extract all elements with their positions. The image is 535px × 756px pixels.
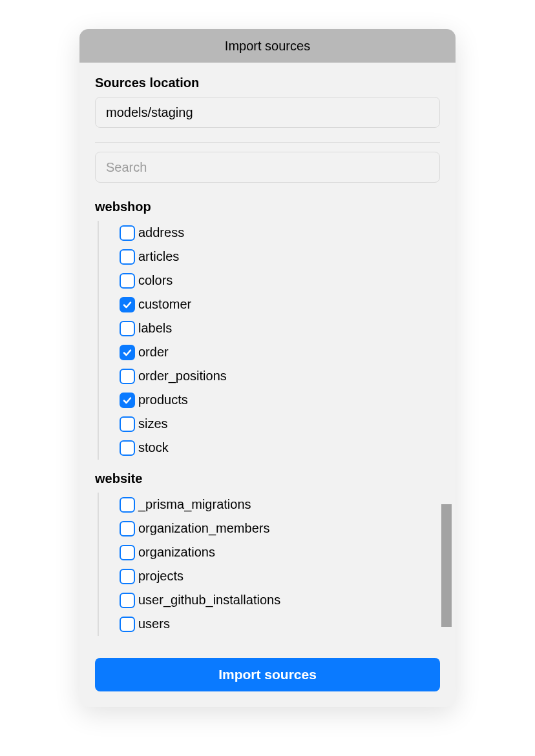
source-item-_prisma_migrations[interactable]: _prisma_migrations [120,493,440,516]
source-item-users[interactable]: users [120,612,440,636]
import-sources-button[interactable]: Import sources [95,658,440,691]
source-item-label: colors [138,273,173,288]
checkbox-users[interactable] [120,617,135,632]
group-items-webshop: addressarticlescolorscustomerlabelsorder… [98,221,440,460]
source-item-label: articles [138,249,179,264]
checkbox-stock[interactable] [120,440,135,456]
divider [95,142,440,143]
dialog-header: Import sources [79,29,456,63]
source-item-label: order [138,345,169,360]
checkbox-sizes[interactable] [120,416,135,432]
source-item-labels[interactable]: labels [120,316,440,340]
source-item-order[interactable]: order [120,340,440,364]
sources-location-input[interactable] [95,97,440,128]
source-item-colors[interactable]: colors [120,269,440,292]
source-item-sizes[interactable]: sizes [120,412,440,436]
checkbox-user_github_installations[interactable] [120,593,135,608]
checkbox-_prisma_migrations[interactable] [120,497,135,513]
checkbox-address[interactable] [120,225,135,241]
checkbox-colors[interactable] [120,273,135,289]
source-item-label: order_positions [138,369,227,383]
source-item-customer[interactable]: customer [120,292,440,316]
source-tree[interactable]: webshopaddressarticlescolorscustomerlabe… [95,188,440,639]
checkbox-articles[interactable] [120,249,135,265]
source-item-label: projects [138,569,184,584]
source-item-label: sizes [138,416,168,431]
checkbox-customer[interactable] [120,297,135,312]
checkbox-order_positions[interactable] [120,369,135,384]
source-item-label: user_github_installations [138,593,280,608]
source-item-label: labels [138,321,172,336]
source-item-products[interactable]: products [120,388,440,412]
sources-location-label: Sources location [95,76,440,90]
checkbox-labels[interactable] [120,321,135,336]
checkbox-organizations[interactable] [120,545,135,560]
dialog-footer: Import sources [79,650,456,707]
import-sources-dialog: Import sources Sources location webshopa… [79,29,456,707]
source-item-stock[interactable]: stock [120,436,440,460]
source-item-projects[interactable]: projects [120,564,440,588]
checkbox-order[interactable] [120,345,135,360]
dialog-content: Sources location webshopaddressarticlesc… [79,63,456,650]
checkbox-products[interactable] [120,393,135,408]
group-label-webshop: webshop [95,199,440,214]
source-item-label: customer [138,297,191,312]
checkbox-organization_members[interactable] [120,521,135,536]
source-item-label: _prisma_migrations [138,497,251,512]
source-item-user_github_installations[interactable]: user_github_installations [120,588,440,612]
source-item-label: organization_members [138,521,269,536]
search-input[interactable] [95,152,440,183]
source-item-order_positions[interactable]: order_positions [120,364,440,388]
source-item-label: organizations [138,545,215,560]
source-item-organization_members[interactable]: organization_members [120,516,440,540]
source-item-label: products [138,393,188,407]
scrollbar[interactable] [441,504,452,627]
source-item-label: stock [138,440,169,455]
source-item-address[interactable]: address [120,221,440,245]
group-items-website: _prisma_migrationsorganization_membersor… [98,493,440,636]
dialog-title: Import sources [225,39,310,54]
source-item-organizations[interactable]: organizations [120,540,440,564]
checkbox-projects[interactable] [120,569,135,584]
source-item-label: users [138,617,170,631]
source-item-articles[interactable]: articles [120,245,440,269]
source-item-label: address [138,225,184,240]
search-wrap [95,152,440,183]
group-label-website: website [95,471,440,486]
